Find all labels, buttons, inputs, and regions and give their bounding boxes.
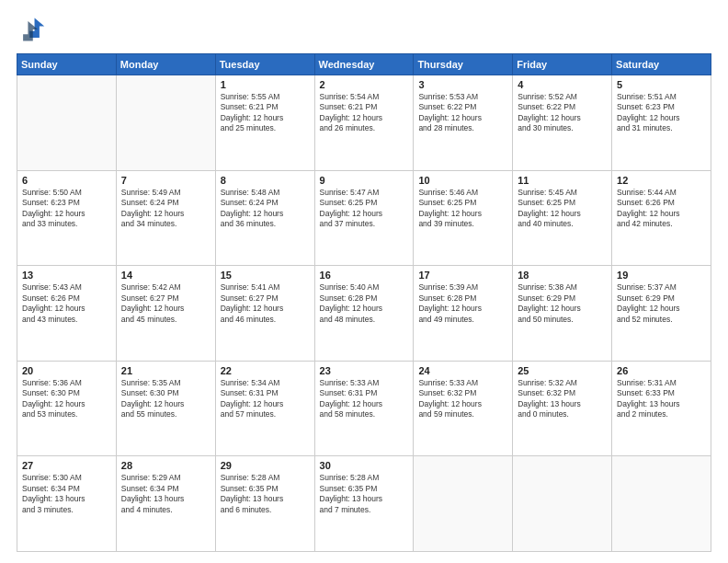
day-number: 6 — [22, 175, 111, 186]
day-number: 16 — [320, 270, 409, 281]
day-info: Sunrise: 5:33 AM Sunset: 6:32 PM Dayligh… — [418, 378, 507, 420]
week-row-1: 1Sunrise: 5:55 AM Sunset: 6:21 PM Daylig… — [17, 75, 711, 171]
day-number: 14 — [121, 270, 210, 281]
day-cell: 16Sunrise: 5:40 AM Sunset: 6:28 PM Dayli… — [314, 266, 414, 362]
col-header-thursday: Thursday — [414, 54, 513, 75]
calendar-table: SundayMondayTuesdayWednesdayThursdayFrid… — [17, 53, 711, 552]
day-cell: 24Sunrise: 5:33 AM Sunset: 6:32 PM Dayli… — [414, 361, 513, 456]
day-info: Sunrise: 5:44 AM Sunset: 6:26 PM Dayligh… — [617, 188, 706, 230]
day-info: Sunrise: 5:47 AM Sunset: 6:25 PM Dayligh… — [320, 188, 409, 230]
day-cell — [17, 75, 117, 171]
header — [17, 15, 711, 44]
day-info: Sunrise: 5:49 AM Sunset: 6:24 PM Dayligh… — [121, 188, 210, 230]
col-header-tuesday: Tuesday — [215, 54, 314, 75]
col-header-monday: Monday — [116, 54, 215, 75]
day-info: Sunrise: 5:51 AM Sunset: 6:23 PM Dayligh… — [617, 92, 706, 134]
day-cell: 7Sunrise: 5:49 AM Sunset: 6:24 PM Daylig… — [116, 170, 215, 266]
day-info: Sunrise: 5:41 AM Sunset: 6:27 PM Dayligh… — [221, 282, 310, 325]
week-row-5: 27Sunrise: 5:30 AM Sunset: 6:34 PM Dayli… — [17, 456, 711, 552]
day-number: 28 — [121, 460, 210, 471]
day-info: Sunrise: 5:39 AM Sunset: 6:28 PM Dayligh… — [418, 282, 507, 325]
week-row-4: 20Sunrise: 5:36 AM Sunset: 6:30 PM Dayli… — [17, 361, 711, 456]
day-info: Sunrise: 5:32 AM Sunset: 6:32 PM Dayligh… — [518, 378, 607, 420]
day-info: Sunrise: 5:30 AM Sunset: 6:34 PM Dayligh… — [22, 473, 111, 515]
day-number: 3 — [418, 79, 507, 90]
day-number: 23 — [320, 365, 409, 376]
day-cell: 4Sunrise: 5:52 AM Sunset: 6:22 PM Daylig… — [513, 75, 612, 171]
day-number: 13 — [22, 270, 111, 281]
day-number: 5 — [617, 79, 706, 90]
day-cell: 3Sunrise: 5:53 AM Sunset: 6:22 PM Daylig… — [414, 75, 513, 171]
day-info: Sunrise: 5:31 AM Sunset: 6:33 PM Dayligh… — [617, 378, 706, 420]
day-number: 29 — [221, 460, 310, 471]
day-number: 1 — [221, 79, 310, 90]
day-cell: 5Sunrise: 5:51 AM Sunset: 6:23 PM Daylig… — [612, 75, 711, 171]
day-cell: 8Sunrise: 5:48 AM Sunset: 6:24 PM Daylig… — [215, 170, 314, 266]
day-info: Sunrise: 5:53 AM Sunset: 6:22 PM Dayligh… — [418, 92, 507, 134]
day-cell: 29Sunrise: 5:28 AM Sunset: 6:35 PM Dayli… — [215, 456, 314, 552]
day-cell: 11Sunrise: 5:45 AM Sunset: 6:25 PM Dayli… — [513, 170, 612, 266]
day-cell: 10Sunrise: 5:46 AM Sunset: 6:25 PM Dayli… — [414, 170, 513, 266]
day-cell: 28Sunrise: 5:29 AM Sunset: 6:34 PM Dayli… — [116, 456, 215, 552]
day-info: Sunrise: 5:45 AM Sunset: 6:25 PM Dayligh… — [518, 188, 607, 230]
day-cell: 15Sunrise: 5:41 AM Sunset: 6:27 PM Dayli… — [215, 266, 314, 362]
day-cell: 21Sunrise: 5:35 AM Sunset: 6:30 PM Dayli… — [116, 361, 215, 456]
day-number: 7 — [121, 175, 210, 186]
day-number: 21 — [121, 365, 210, 376]
col-header-saturday: Saturday — [612, 54, 711, 75]
week-row-3: 13Sunrise: 5:43 AM Sunset: 6:26 PM Dayli… — [17, 266, 711, 362]
day-info: Sunrise: 5:29 AM Sunset: 6:34 PM Dayligh… — [121, 473, 210, 515]
day-cell: 1Sunrise: 5:55 AM Sunset: 6:21 PM Daylig… — [215, 75, 314, 171]
day-cell — [612, 456, 711, 552]
day-cell: 25Sunrise: 5:32 AM Sunset: 6:32 PM Dayli… — [513, 361, 612, 456]
day-cell: 23Sunrise: 5:33 AM Sunset: 6:31 PM Dayli… — [314, 361, 414, 456]
day-number: 27 — [22, 460, 111, 471]
day-number: 22 — [221, 365, 310, 376]
day-cell: 26Sunrise: 5:31 AM Sunset: 6:33 PM Dayli… — [612, 361, 711, 456]
day-info: Sunrise: 5:50 AM Sunset: 6:23 PM Dayligh… — [22, 188, 111, 230]
day-number: 19 — [617, 270, 706, 281]
day-cell: 20Sunrise: 5:36 AM Sunset: 6:30 PM Dayli… — [17, 361, 117, 456]
day-cell: 17Sunrise: 5:39 AM Sunset: 6:28 PM Dayli… — [414, 266, 513, 362]
day-cell: 22Sunrise: 5:34 AM Sunset: 6:31 PM Dayli… — [215, 361, 314, 456]
day-number: 9 — [320, 175, 409, 186]
day-number: 20 — [22, 365, 111, 376]
day-info: Sunrise: 5:40 AM Sunset: 6:28 PM Dayligh… — [320, 282, 409, 325]
day-info: Sunrise: 5:38 AM Sunset: 6:29 PM Dayligh… — [518, 282, 607, 325]
day-info: Sunrise: 5:35 AM Sunset: 6:30 PM Dayligh… — [121, 378, 210, 420]
day-number: 12 — [617, 175, 706, 186]
day-info: Sunrise: 5:52 AM Sunset: 6:22 PM Dayligh… — [518, 92, 607, 134]
col-header-wednesday: Wednesday — [314, 54, 414, 75]
day-number: 15 — [221, 270, 310, 281]
day-cell: 2Sunrise: 5:54 AM Sunset: 6:21 PM Daylig… — [314, 75, 414, 171]
week-row-2: 6Sunrise: 5:50 AM Sunset: 6:23 PM Daylig… — [17, 170, 711, 266]
day-cell: 9Sunrise: 5:47 AM Sunset: 6:25 PM Daylig… — [314, 170, 414, 266]
day-number: 30 — [320, 460, 409, 471]
day-cell — [116, 75, 215, 171]
day-cell: 27Sunrise: 5:30 AM Sunset: 6:34 PM Dayli… — [17, 456, 117, 552]
day-number: 25 — [518, 365, 607, 376]
day-info: Sunrise: 5:37 AM Sunset: 6:29 PM Dayligh… — [617, 282, 706, 325]
day-number: 2 — [320, 79, 409, 90]
day-cell: 30Sunrise: 5:28 AM Sunset: 6:35 PM Dayli… — [314, 456, 414, 552]
header-row: SundayMondayTuesdayWednesdayThursdayFrid… — [17, 54, 711, 75]
day-cell: 14Sunrise: 5:42 AM Sunset: 6:27 PM Dayli… — [116, 266, 215, 362]
day-number: 17 — [418, 270, 507, 281]
col-header-friday: Friday — [513, 54, 612, 75]
logo — [17, 15, 50, 44]
day-cell: 13Sunrise: 5:43 AM Sunset: 6:26 PM Dayli… — [17, 266, 117, 362]
day-info: Sunrise: 5:43 AM Sunset: 6:26 PM Dayligh… — [22, 282, 111, 325]
day-number: 11 — [518, 175, 607, 186]
day-cell: 19Sunrise: 5:37 AM Sunset: 6:29 PM Dayli… — [612, 266, 711, 362]
day-info: Sunrise: 5:54 AM Sunset: 6:21 PM Dayligh… — [320, 92, 409, 134]
day-info: Sunrise: 5:28 AM Sunset: 6:35 PM Dayligh… — [320, 473, 409, 515]
day-cell: 12Sunrise: 5:44 AM Sunset: 6:26 PM Dayli… — [612, 170, 711, 266]
day-info: Sunrise: 5:42 AM Sunset: 6:27 PM Dayligh… — [121, 282, 210, 325]
day-number: 26 — [617, 365, 706, 376]
day-number: 4 — [518, 79, 607, 90]
logo-icon — [17, 15, 46, 44]
day-info: Sunrise: 5:55 AM Sunset: 6:21 PM Dayligh… — [221, 92, 310, 134]
day-info: Sunrise: 5:28 AM Sunset: 6:35 PM Dayligh… — [221, 473, 310, 515]
day-number: 18 — [518, 270, 607, 281]
day-info: Sunrise: 5:34 AM Sunset: 6:31 PM Dayligh… — [221, 378, 310, 420]
